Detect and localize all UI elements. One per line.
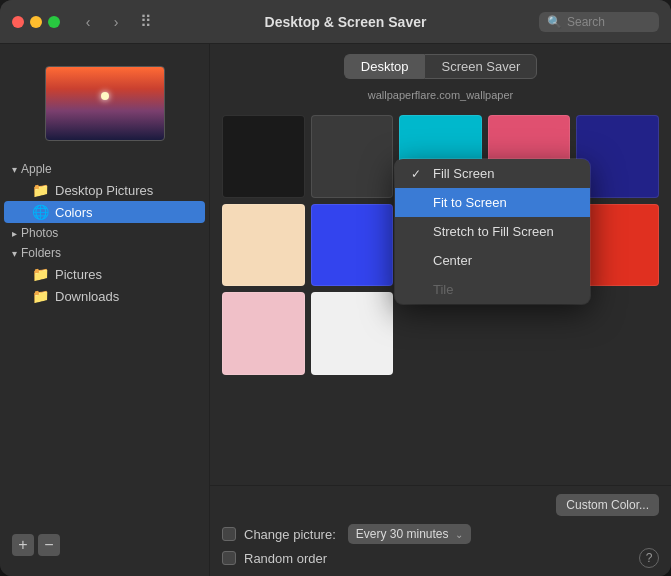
fill-screen-check-icon: ✓	[411, 167, 425, 181]
swatch-12[interactable]	[311, 292, 394, 375]
dropdown-popup[interactable]: ✓ Fill Screen Fit to Screen Stretch to F…	[395, 159, 590, 304]
downloads-label: Downloads	[55, 289, 119, 304]
random-order-label: Random order	[244, 551, 327, 566]
search-icon: 🔍	[547, 15, 562, 29]
popup-item-fill-screen[interactable]: ✓ Fill Screen	[395, 159, 590, 188]
bottom-bar: Custom Color... Change picture: Every 30…	[210, 485, 671, 576]
folder-icon: 📁	[32, 182, 49, 198]
maximize-button[interactable]	[48, 16, 60, 28]
thumbnail-area	[0, 56, 209, 151]
sidebar-item-colors[interactable]: 🌐 Colors	[4, 201, 205, 223]
main-window: ‹ › ⠿ Desktop & Screen Saver 🔍 ▾ Apple 📁…	[0, 0, 671, 576]
help-icon: ?	[646, 551, 653, 565]
apple-arrow-icon: ▾	[12, 164, 17, 175]
help-button[interactable]: ?	[639, 548, 659, 568]
pictures-folder-icon: 📁	[32, 266, 49, 282]
custom-color-row: Custom Color...	[222, 494, 659, 520]
swatch-2[interactable]	[311, 115, 394, 198]
main-content: Desktop Screen Saver wallpaperflare.com_…	[210, 44, 671, 576]
popup-item-center[interactable]: Center	[395, 246, 590, 275]
random-order-checkbox[interactable]	[222, 551, 236, 565]
downloads-folder-icon: 📁	[32, 288, 49, 304]
photos-arrow-icon: ▸	[12, 228, 17, 239]
tab-desktop[interactable]: Desktop	[344, 54, 425, 79]
titlebar: ‹ › ⠿ Desktop & Screen Saver 🔍	[0, 0, 671, 44]
interval-label: Every 30 minutes	[356, 527, 449, 541]
folders-section-label: Folders	[21, 246, 61, 260]
thumbnail-sun	[101, 92, 109, 100]
sidebar-bottom: + −	[0, 526, 209, 564]
sidebar-item-downloads[interactable]: 📁 Downloads	[4, 285, 205, 307]
minimize-button[interactable]	[30, 16, 42, 28]
change-picture-row: Change picture: Every 30 minutes ⌄	[222, 524, 659, 544]
traffic-lights	[12, 16, 60, 28]
wallpaper-thumbnail[interactable]	[45, 66, 165, 141]
pictures-label: Pictures	[55, 267, 102, 282]
colors-label: Colors	[55, 205, 93, 220]
tab-bar: Desktop Screen Saver	[210, 44, 671, 87]
apple-section-header[interactable]: ▾ Apple	[0, 159, 209, 179]
close-button[interactable]	[12, 16, 24, 28]
back-button[interactable]: ‹	[76, 12, 100, 32]
custom-color-button[interactable]: Custom Color...	[556, 494, 659, 516]
fit-to-screen-label: Fit to Screen	[433, 195, 507, 210]
interval-dropdown[interactable]: Every 30 minutes ⌄	[348, 524, 471, 544]
colors-icon: 🌐	[32, 204, 49, 220]
tab-screensaver[interactable]: Screen Saver	[424, 54, 537, 79]
change-picture-checkbox[interactable]	[222, 527, 236, 541]
photos-section-label: Photos	[21, 226, 58, 240]
swatch-11[interactable]	[222, 292, 305, 375]
sidebar: ▾ Apple 📁 Desktop Pictures 🌐 Colors ▸ Ph…	[0, 44, 210, 576]
swatch-6[interactable]	[222, 204, 305, 287]
nav-arrows: ‹ ›	[76, 12, 128, 32]
remove-button[interactable]: −	[38, 534, 60, 556]
desktop-pictures-label: Desktop Pictures	[55, 183, 153, 198]
fill-screen-label: Fill Screen	[433, 166, 494, 181]
apple-section-label: Apple	[21, 162, 52, 176]
forward-button[interactable]: ›	[104, 12, 128, 32]
content-area: ▾ Apple 📁 Desktop Pictures 🌐 Colors ▸ Ph…	[0, 44, 671, 576]
popup-item-fit-to-screen[interactable]: Fit to Screen	[395, 188, 590, 217]
stretch-label: Stretch to Fill Screen	[433, 224, 554, 239]
dropdown-arrow-icon: ⌄	[455, 529, 463, 540]
folders-arrow-icon: ▾	[12, 248, 17, 259]
change-picture-label: Change picture:	[244, 527, 336, 542]
add-button[interactable]: +	[12, 534, 34, 556]
popup-item-tile: Tile	[395, 275, 590, 304]
popup-item-stretch[interactable]: Stretch to Fill Screen	[395, 217, 590, 246]
center-label: Center	[433, 253, 472, 268]
tile-label: Tile	[433, 282, 453, 297]
window-title: Desktop & Screen Saver	[160, 14, 531, 30]
wallpaper-url: wallpaperflare.com_wallpaper	[210, 87, 671, 107]
random-order-row: Random order ?	[222, 548, 659, 568]
photos-section-header[interactable]: ▸ Photos	[0, 223, 209, 243]
swatch-7[interactable]	[311, 204, 394, 287]
folders-section-header[interactable]: ▾ Folders	[0, 243, 209, 263]
grid-icon[interactable]: ⠿	[140, 12, 152, 31]
search-input[interactable]	[567, 15, 652, 29]
sidebar-item-desktop-pictures[interactable]: 📁 Desktop Pictures	[4, 179, 205, 201]
sidebar-item-pictures[interactable]: 📁 Pictures	[4, 263, 205, 285]
search-box[interactable]: 🔍	[539, 12, 659, 32]
swatch-1[interactable]	[222, 115, 305, 198]
